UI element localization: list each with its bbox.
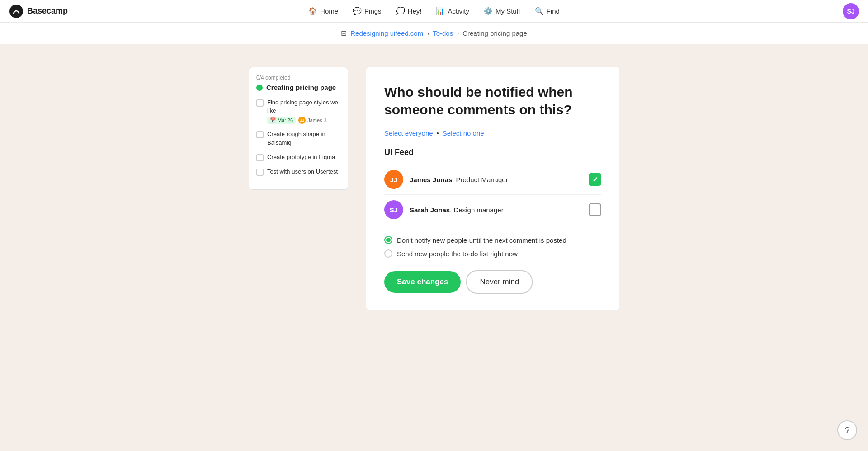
nav-find-label: Find (547, 7, 560, 15)
group-label: UI Feed (384, 148, 601, 157)
user-avatar[interactable]: SJ (843, 3, 859, 19)
logo-text: Basecamp (27, 6, 68, 16)
panel-heading: Who should be notified when someone comm… (384, 83, 601, 118)
nav-mystuff-label: My Stuff (495, 7, 520, 15)
person-row-1: SJ Sarah Jonas, Design manager (384, 195, 601, 225)
logo-link[interactable]: Basecamp (9, 4, 68, 19)
nav-home-label: Home (320, 7, 338, 15)
todo-meta-0: 📅 Mar 26 JJ James J. (267, 117, 340, 124)
todo-item-2: Create prototype in Figma (256, 153, 340, 161)
radio-circle-0 (384, 236, 392, 244)
select-everyone-link[interactable]: Select everyone (384, 129, 433, 137)
person-role-james: , Product Manager (452, 176, 508, 183)
nevermind-button[interactable]: Never mind (466, 270, 533, 294)
breadcrumb-bar: ⊞ Redesigning uifeed.com › To-dos › Crea… (0, 23, 868, 44)
notification-panel: Who should be notified when someone comm… (366, 67, 619, 310)
breadcrumb-section[interactable]: To-dos (433, 29, 453, 37)
top-nav: Basecamp 🏠 Home 💬 Pings 💭 Hey! 📊 Activit… (0, 0, 868, 23)
breadcrumb-icon: ⊞ (341, 29, 347, 38)
todo-item-1: Create rough shape in Balsamiq (256, 130, 340, 146)
selection-dot: • (437, 129, 439, 137)
breadcrumb-current: Creating pricing page (462, 29, 527, 37)
sidebar-progress: 0/4 completed (256, 75, 340, 81)
selection-links: Select everyone • Select no one (384, 129, 601, 137)
person-name-james: James Jonas (410, 176, 452, 183)
sidebar-title: Creating pricing page (266, 84, 336, 91)
person-checkbox-james[interactable] (589, 173, 601, 186)
radio-send-now[interactable]: Send new people the to-do list right now (384, 249, 601, 258)
nav-activity[interactable]: 📊 Activity (436, 7, 469, 15)
breadcrumb-project[interactable]: Redesigning uifeed.com (350, 29, 423, 37)
breadcrumb: ⊞ Redesigning uifeed.com › To-dos › Crea… (341, 29, 527, 38)
radio-label-1: Send new people the to-do list right now (397, 250, 518, 258)
todo-assignee-0: JJ James J. (298, 117, 327, 124)
todo-item-3: Test with users on Usertest (256, 168, 340, 176)
radio-dont-notify[interactable]: Don't notify new people until the next c… (384, 236, 601, 244)
nav-pings[interactable]: 💬 Pings (353, 7, 382, 15)
save-button[interactable]: Save changes (384, 271, 461, 293)
button-row: Save changes Never mind (384, 270, 601, 294)
assignee-name-0: James J. (307, 117, 327, 123)
select-no-one-link[interactable]: Select no one (443, 129, 484, 137)
todo-text-2: Create prototype in Figma (267, 153, 335, 161)
todo-item-0: Find pricing page styles we like 📅 Mar 2… (256, 99, 340, 124)
nav-mystuff[interactable]: ⚙️ My Stuff (484, 7, 520, 15)
assignee-avatar-0: JJ (298, 117, 306, 124)
find-icon: 🔍 (535, 7, 544, 15)
todo-text-1: Create rough shape in Balsamiq (267, 130, 340, 146)
avatar-james: JJ (384, 170, 403, 189)
person-checkbox-sarah[interactable] (589, 203, 601, 216)
hey-icon: 💭 (396, 7, 405, 15)
pings-icon: 💬 (353, 7, 362, 15)
nav-hey-label: Hey! (408, 7, 422, 15)
help-button[interactable]: ? (837, 420, 857, 440)
radio-label-0: Don't notify new people until the next c… (397, 236, 566, 244)
radio-options: Don't notify new people until the next c… (384, 236, 601, 258)
todo-text-0: Find pricing page styles we like (267, 99, 340, 115)
nav-items: 🏠 Home 💬 Pings 💭 Hey! 📊 Activity ⚙️ My S… (308, 7, 560, 15)
sidebar-card: 0/4 completed Creating pricing page Find… (249, 67, 348, 190)
todo-checkbox-3[interactable] (256, 169, 264, 176)
green-dot-icon (256, 85, 263, 91)
nav-pings-label: Pings (364, 7, 382, 15)
calendar-icon: 📅 (270, 117, 276, 123)
nav-find[interactable]: 🔍 Find (535, 7, 560, 15)
todo-checkbox-1[interactable] (256, 131, 264, 138)
person-info-sarah: Sarah Jonas, Design manager (410, 206, 582, 214)
person-info-james: James Jonas, Product Manager (410, 176, 582, 183)
breadcrumb-sep-1: › (427, 29, 429, 37)
person-row-0: JJ James Jonas, Product Manager (384, 164, 601, 195)
home-icon: 🏠 (308, 7, 317, 15)
person-role-sarah: , Design manager (450, 206, 503, 214)
avatar-sarah: SJ (384, 200, 403, 219)
todo-checkbox-0[interactable] (256, 99, 264, 107)
nav-home[interactable]: 🏠 Home (308, 7, 338, 15)
nav-activity-label: Activity (448, 7, 469, 15)
main-content: 0/4 completed Creating pricing page Find… (0, 44, 868, 333)
radio-circle-1 (384, 249, 392, 258)
nav-hey[interactable]: 💭 Hey! (396, 7, 422, 15)
activity-icon: 📊 (436, 7, 445, 15)
breadcrumb-sep-2: › (457, 29, 459, 37)
todo-date-0: 📅 Mar 26 (267, 117, 296, 124)
person-name-sarah: Sarah Jonas (410, 206, 450, 214)
todo-text-3: Test with users on Usertest (267, 168, 338, 176)
todo-checkbox-2[interactable] (256, 154, 264, 161)
sidebar-title-row: Creating pricing page (256, 84, 340, 91)
todo-content-0: Find pricing page styles we like 📅 Mar 2… (267, 99, 340, 124)
mystuff-icon: ⚙️ (484, 7, 493, 15)
